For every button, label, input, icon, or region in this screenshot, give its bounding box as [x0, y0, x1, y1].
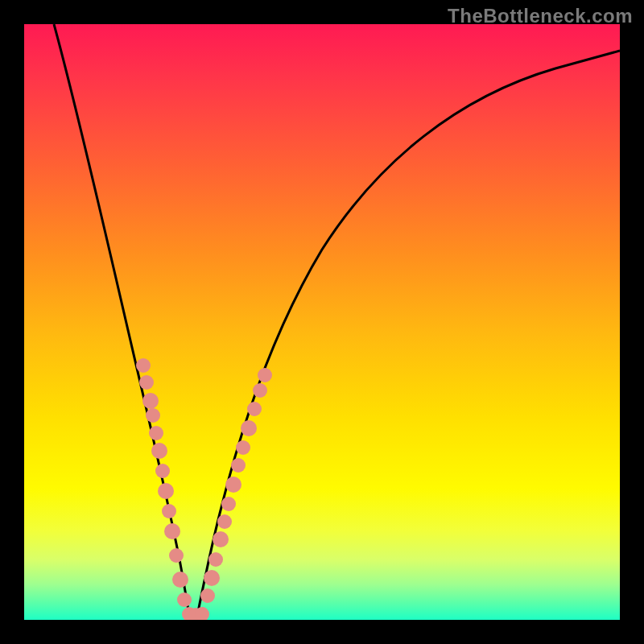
marker-dot: [136, 358, 151, 373]
marker-dot: [225, 477, 242, 493]
marker-dot: [146, 408, 160, 423]
marker-dot: [164, 523, 180, 539]
bottleneck-curve: [54, 24, 620, 616]
marker-dot: [247, 402, 262, 416]
chart-frame: TheBottleneck.com: [0, 0, 644, 644]
marker-dot: [200, 588, 215, 603]
curve-layer: [24, 24, 620, 620]
marker-dot: [213, 531, 229, 547]
marker-dot: [162, 504, 176, 518]
plot-area: [24, 24, 620, 620]
marker-dot: [151, 443, 167, 459]
marker-dot: [221, 497, 236, 511]
marker-dot: [155, 464, 170, 478]
marker-dot: [204, 570, 220, 586]
marker-dot: [172, 572, 188, 588]
marker-dot: [149, 426, 163, 440]
marker-dot: [208, 552, 223, 567]
marker-dot: [231, 458, 246, 473]
marker-dot: [217, 514, 232, 529]
marker-dot: [177, 592, 192, 607]
marker-dot: [158, 483, 174, 499]
marker-dot: [258, 368, 272, 382]
marker-dot: [142, 393, 159, 409]
marker-dot: [139, 375, 154, 390]
marker-dot: [236, 440, 250, 455]
marker-dot: [169, 548, 184, 563]
watermark-text: TheBottleneck.com: [448, 5, 633, 27]
marker-dot: [241, 420, 257, 436]
marker-dot: [253, 383, 267, 398]
